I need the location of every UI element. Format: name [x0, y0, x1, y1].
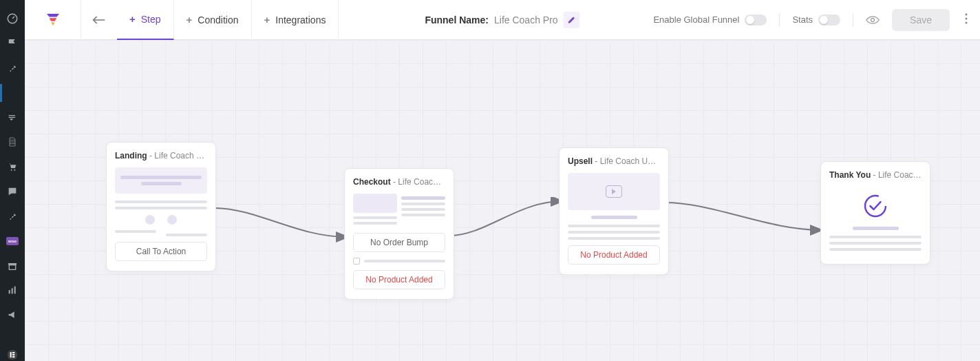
- tab-condition-label: Condition: [198, 14, 238, 25]
- svg-point-16: [966, 13, 968, 15]
- comments-icon[interactable]: [6, 185, 19, 198]
- node-thankyou[interactable]: Thank You - Life Coach Tha…: [820, 161, 930, 265]
- global-funnel-group: Enable Global Funnel: [653, 14, 767, 25]
- checkbox-placeholder: [353, 258, 445, 265]
- kebab-icon: [965, 13, 968, 24]
- app-logo: [25, 0, 81, 40]
- funnel-name-label: Funnel Name:: [425, 14, 489, 25]
- svg-rect-8: [12, 289, 13, 294]
- thumb-placeholder: [829, 236, 922, 251]
- flag-icon[interactable]: [6, 37, 19, 50]
- node-checkout[interactable]: Checkout - Life Coach Ch… No Order Bump …: [344, 168, 454, 300]
- pencil-icon: [568, 16, 576, 24]
- landing-cta-badge: Call To Action: [115, 242, 207, 261]
- connector-3: [665, 196, 827, 244]
- connector-2: [450, 197, 567, 245]
- global-funnel-toggle[interactable]: [745, 14, 767, 25]
- play-icon: [606, 185, 622, 198]
- node-upsell-title: Upsell - Life Coach Up…: [568, 156, 660, 166]
- media-icon[interactable]: [6, 112, 19, 124]
- thumb-placeholder: [115, 230, 207, 236]
- funnel-canvas[interactable]: Landing - Life Coach Lan… Call To Action…: [25, 40, 980, 361]
- more-menu-button[interactable]: [962, 13, 970, 27]
- funnel-name-group: Funnel Name: Life Coach Pro: [425, 12, 579, 28]
- archive-icon[interactable]: [6, 260, 19, 272]
- checkout-thumbnail: [353, 194, 445, 227]
- pin-icon[interactable]: [6, 62, 19, 74]
- node-landing-title: Landing - Life Coach Lan…: [115, 151, 207, 161]
- divider: [779, 13, 780, 27]
- svg-point-17: [966, 17, 968, 19]
- analytics-icon[interactable]: [6, 284, 19, 296]
- node-checkout-title: Checkout - Life Coach Ch…: [353, 177, 445, 187]
- dashboard-icon[interactable]: [6, 12, 19, 25]
- node-thankyou-title: Thank You - Life Coach Tha…: [829, 170, 922, 180]
- svg-point-19: [865, 196, 886, 216]
- svg-text:woo: woo: [8, 239, 17, 243]
- save-button[interactable]: Save: [892, 9, 950, 31]
- stats-toggle[interactable]: [818, 14, 840, 25]
- stats-label: Stats: [792, 14, 813, 25]
- connector-1: [215, 203, 352, 244]
- topbar-right: Enable Global Funnel Stats Save: [653, 9, 980, 31]
- global-funnel-label: Enable Global Funnel: [653, 14, 739, 25]
- pages-icon[interactable]: [6, 136, 19, 148]
- node-landing[interactable]: Landing - Life Coach Lan… Call To Action: [106, 142, 216, 271]
- stats-group: Stats: [792, 14, 840, 25]
- svg-rect-12: [12, 352, 14, 353]
- back-button[interactable]: [81, 0, 117, 40]
- tab-integrations[interactable]: +Integrations: [252, 0, 339, 40]
- tab-condition[interactable]: +Condition: [174, 0, 252, 40]
- woo-icon[interactable]: woo: [6, 235, 19, 247]
- elementor-icon[interactable]: [6, 349, 19, 361]
- svg-rect-14: [12, 356, 14, 358]
- thumb-placeholder: [115, 200, 207, 209]
- wp-admin-sidebar: woo: [0, 0, 25, 361]
- divider: [853, 13, 853, 27]
- checkout-product-badge: No Product Added: [353, 270, 445, 289]
- svg-rect-6: [9, 265, 15, 269]
- svg-rect-7: [9, 290, 10, 293]
- topbar: +Step +Condition +Integrations Funnel Na…: [25, 0, 980, 40]
- thumb-dots: [115, 215, 207, 225]
- marketing-icon[interactable]: [6, 309, 19, 321]
- success-check-icon: [862, 192, 889, 220]
- eye-icon: [866, 15, 880, 25]
- tab-step-label: Step: [141, 14, 161, 25]
- landing-thumbnail: [115, 167, 207, 194]
- svg-point-15: [871, 18, 875, 21]
- tab-step[interactable]: +Step: [117, 0, 174, 40]
- funnel-app-icon[interactable]: [6, 87, 19, 99]
- node-upsell[interactable]: Upsell - Life Coach Up… No Product Added: [559, 147, 669, 275]
- checkout-bump-badge: No Order Bump: [353, 233, 445, 252]
- svg-point-18: [966, 21, 968, 23]
- svg-point-1: [11, 169, 12, 171]
- funnel-logo-icon: [45, 14, 61, 26]
- funnel-name-value: Life Coach Pro: [494, 14, 558, 25]
- tab-integrations-label: Integrations: [275, 14, 326, 25]
- arrow-left-icon: [92, 15, 106, 25]
- svg-rect-9: [14, 287, 16, 294]
- plus-icon: +: [129, 13, 136, 25]
- thumb-placeholder: [568, 225, 660, 240]
- svg-rect-11: [10, 352, 12, 358]
- upsell-thumbnail: [568, 173, 660, 210]
- edit-funnel-name-button[interactable]: [564, 12, 580, 28]
- plus-icon: +: [264, 14, 270, 25]
- cart-icon[interactable]: [6, 161, 19, 173]
- upsell-product-badge: No Product Added: [568, 245, 660, 265]
- svg-rect-13: [12, 354, 14, 355]
- svg-point-2: [14, 169, 15, 171]
- preview-button[interactable]: [866, 15, 880, 25]
- pin2-icon[interactable]: [6, 210, 19, 223]
- plus-icon: +: [187, 14, 193, 25]
